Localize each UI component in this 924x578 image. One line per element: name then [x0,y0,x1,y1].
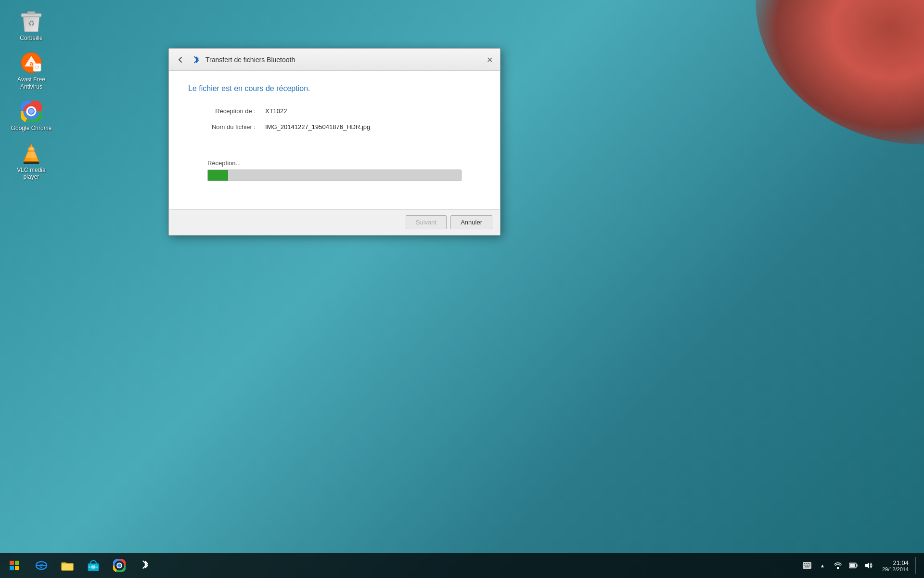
svg-rect-1 [27,12,35,14]
svg-rect-34 [807,565,808,566]
dialog-back-button[interactable] [174,53,187,66]
avast-icon: a 🛡 [20,51,43,74]
taskbar-item-chrome[interactable] [107,553,132,578]
taskbar-clock[interactable]: 21:04 29/12/2014 [877,559,913,572]
dialog-titlebar: Transfert de fichiers Bluetooth ✕ [169,49,500,71]
windows-logo-icon [10,561,19,570]
desktop-icons: ♻ Corbeille a [10,10,53,180]
taskbar-start-button[interactable] [2,553,27,578]
svg-rect-32 [804,565,805,566]
svg-rect-39 [856,565,858,567]
taskbar-date: 29/12/2014 [882,566,909,572]
vlc-icon [20,142,43,165]
svg-rect-30 [808,563,809,564]
tray-battery-icon[interactable] [847,559,860,572]
dialog-reception-field: Réception de : XT1022 [188,107,481,115]
dialog-progress-bar-fill [208,170,228,181]
recycle-bin-label: Corbeille [20,35,42,41]
svg-rect-29 [806,563,807,564]
vlc-label: VLC media player [10,167,53,181]
win-sq-blue [10,566,14,570]
svg-rect-33 [805,565,806,566]
svg-rect-40 [849,564,855,567]
tray-show-desktop[interactable] [915,557,918,574]
dialog-filename-value: IMG_20141227_195041876_HDR.jpg [265,123,370,131]
tray-network-icon[interactable] [831,559,845,572]
taskbar-item-file-explorer[interactable] [55,553,80,578]
avast-label: Avast FreeAntivirus [17,76,45,90]
chrome-desktop-label: Google Chrome [11,125,52,131]
dialog-close-button[interactable]: ✕ [483,53,496,66]
svg-text:a: a [29,60,33,67]
svg-rect-35 [808,565,810,566]
tray-volume-icon[interactable] [862,559,875,572]
svg-rect-37 [837,567,839,569]
dialog-progress-section: Réception... [188,159,481,196]
chevron-up-icon: ▲ [820,563,825,568]
desktop-icon-vlc[interactable]: VLC media player [10,142,53,181]
dialog-footer: Suivant Annuler [169,209,500,235]
svg-marker-41 [865,563,869,568]
file-explorer-icon [61,559,74,572]
svg-rect-31 [809,563,810,564]
taskbar-items: e [27,553,800,578]
taskbar: e [0,553,924,578]
ie-icon: e [35,559,48,572]
desktop: ♻ Corbeille a [0,0,924,578]
taskbar-item-bluetooth[interactable] [133,553,158,578]
dialog-progress-label: Réception... [188,159,481,167]
svg-rect-36 [805,566,809,567]
chrome-desktop-icon [20,100,43,123]
recycle-bin-icon: ♻ [20,10,43,33]
tray-show-hidden-icon[interactable]: ▲ [816,559,829,572]
desktop-icon-chrome[interactable]: Google Chrome [10,100,53,131]
chrome-taskbar-icon [113,559,126,572]
dialog-content: Le fichier est en cours de réception. Ré… [169,71,500,209]
dialog-reception-label: Réception de : [188,107,265,115]
taskbar-system-tray: ▲ [800,557,922,574]
dialog-cancel-button[interactable]: Annuler [450,215,492,229]
win-sq-red [10,561,14,565]
dialog-title: Transfert de fichiers Bluetooth [205,56,495,64]
desktop-icon-recycle-bin[interactable]: ♻ Corbeille [10,10,53,41]
dialog-reception-value: XT1022 [265,107,287,115]
svg-text:STORE: STORE [89,565,99,568]
desktop-icon-avast[interactable]: a 🛡 Avast FreeAntivirus [10,51,53,90]
flower-decoration [756,0,924,144]
svg-rect-17 [24,162,39,164]
bluetooth-transfer-dialog: Transfert de fichiers Bluetooth ✕ Le fic… [168,48,500,236]
svg-point-26 [117,564,121,567]
dialog-bluetooth-icon [191,54,202,65]
taskbar-item-store[interactable]: STORE [81,553,106,578]
store-icon: STORE [87,559,100,572]
svg-text:🛡: 🛡 [35,65,39,70]
dialog-progress-bar-container [207,170,462,181]
dialog-filename-label: Nom du fichier : [188,123,265,131]
taskbar-item-ie[interactable]: e [29,553,54,578]
dialog-next-button[interactable]: Suivant [406,215,447,229]
win-sq-green [15,561,19,565]
svg-text:♻: ♻ [28,19,35,27]
dialog-filename-field: Nom du fichier : IMG_20141227_195041876_… [188,123,481,131]
svg-text:e: e [39,562,43,569]
tray-keyboard-icon[interactable] [800,559,814,572]
svg-point-13 [29,109,34,114]
taskbar-time: 21:04 [893,559,909,566]
bluetooth-taskbar-icon [139,559,152,572]
dialog-status-text: Le fichier est en cours de réception. [188,84,481,93]
svg-rect-28 [804,563,805,564]
win-sq-yellow [15,566,19,570]
